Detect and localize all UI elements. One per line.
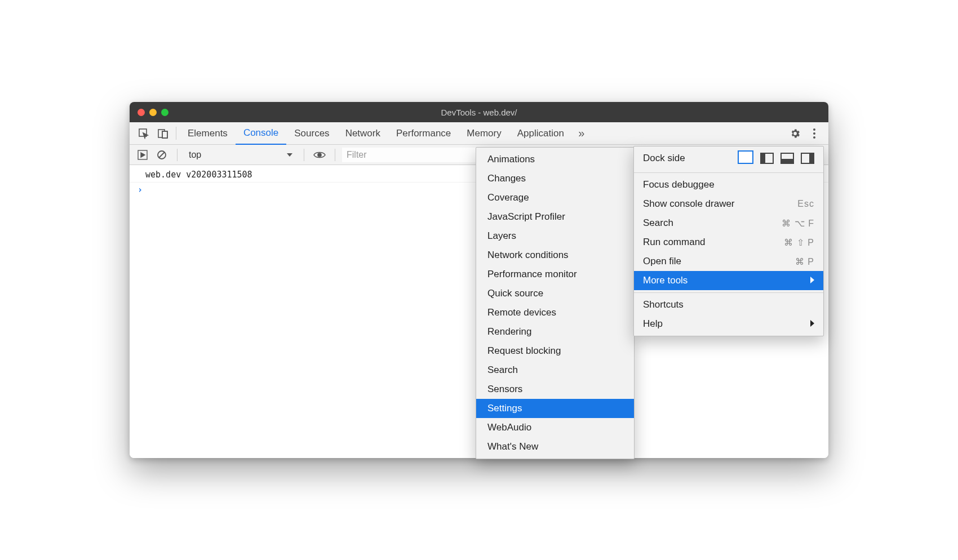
menu-item-search[interactable]: Search⌘ ⌥ F <box>634 214 823 233</box>
svg-rect-2 <box>162 131 167 138</box>
dock-side-label: Dock side <box>643 153 740 164</box>
menu-item-shortcut: ⌘ P <box>795 256 814 267</box>
menu-item-label: Focus debuggee <box>643 179 715 190</box>
separator <box>176 127 176 140</box>
dock-undock-icon[interactable] <box>740 153 753 164</box>
tab-memory[interactable]: Memory <box>459 122 509 144</box>
svg-point-10 <box>318 153 321 157</box>
menu-item-help[interactable]: Help <box>634 314 823 334</box>
window-zoom-button[interactable] <box>161 109 168 116</box>
menu-item-label: More tools <box>643 275 688 286</box>
clear-console-icon[interactable] <box>153 147 170 163</box>
dock-right-icon[interactable] <box>801 153 814 164</box>
submenu-chevron-icon <box>810 275 814 286</box>
submenu-item-performance-monitor[interactable]: Performance monitor <box>476 265 634 284</box>
panel-tabs: ElementsConsoleSourcesNetworkPerformance… <box>130 122 828 145</box>
menu-item-open-file[interactable]: Open file⌘ P <box>634 252 823 271</box>
more-tools-submenu: AnimationsChangesCoverageJavaScript Prof… <box>476 147 635 459</box>
submenu-item-coverage[interactable]: Coverage <box>476 188 634 207</box>
svg-point-4 <box>813 128 815 131</box>
inspect-element-icon[interactable] <box>134 122 153 144</box>
dock-left-icon[interactable] <box>760 153 774 164</box>
menu-item-shortcuts[interactable]: Shortcuts <box>634 295 823 314</box>
main-menu-popup: Dock side Focus debuggeeShow console dra… <box>633 146 824 336</box>
console-filter-input[interactable] <box>342 148 489 162</box>
submenu-item-webaudio[interactable]: WebAudio <box>476 418 634 437</box>
submenu-item-request-blocking[interactable]: Request blocking <box>476 341 634 361</box>
submenu-item-quick-source[interactable]: Quick source <box>476 284 634 303</box>
menu-item-label: Shortcuts <box>643 299 684 310</box>
window-close-button[interactable] <box>138 109 145 116</box>
separator <box>177 149 178 161</box>
menu-divider <box>634 292 823 293</box>
tab-console[interactable]: Console <box>236 122 286 145</box>
menu-item-focus-debuggee[interactable]: Focus debuggee <box>634 175 823 194</box>
settings-gear-icon[interactable] <box>786 122 805 144</box>
window-controls <box>138 109 168 116</box>
svg-point-5 <box>813 132 815 135</box>
menu-item-more-tools[interactable]: More tools <box>634 271 823 290</box>
submenu-item-remote-devices[interactable]: Remote devices <box>476 303 634 322</box>
menu-item-shortcut: ⌘ ⌥ F <box>782 218 814 229</box>
submenu-item-what-s-new[interactable]: What's New <box>476 437 634 456</box>
menu-item-label: Help <box>643 318 663 330</box>
tab-performance[interactable]: Performance <box>388 122 459 144</box>
submenu-item-changes[interactable]: Changes <box>476 169 634 188</box>
submenu-item-javascript-profiler[interactable]: JavaScript Profiler <box>476 207 634 226</box>
menu-item-label: Open file <box>643 256 681 267</box>
separator <box>335 149 335 161</box>
separator <box>304 149 304 161</box>
svg-point-6 <box>813 136 815 139</box>
submenu-item-network-conditions[interactable]: Network conditions <box>476 246 634 265</box>
dock-bottom-icon[interactable] <box>780 153 794 164</box>
live-expression-eye-icon[interactable] <box>311 147 328 163</box>
tab-network[interactable]: Network <box>338 122 388 144</box>
dock-side-row: Dock side <box>634 146 823 170</box>
execution-context-select[interactable]: top <box>184 148 297 162</box>
menu-divider <box>634 172 823 173</box>
device-toolbar-icon[interactable] <box>153 122 172 144</box>
kebab-menu-icon[interactable] <box>805 122 824 144</box>
submenu-item-sensors[interactable]: Sensors <box>476 380 634 399</box>
tab-application[interactable]: Application <box>509 122 572 144</box>
window-minimize-button[interactable] <box>149 109 157 116</box>
window-title: DevTools - web.dev/ <box>130 108 828 117</box>
menu-item-show-console-drawer[interactable]: Show console drawerEsc <box>634 194 823 214</box>
tab-sources[interactable]: Sources <box>286 122 337 144</box>
menu-item-shortcut: Esc <box>797 199 814 209</box>
menu-item-run-command[interactable]: Run command⌘ ⇧ P <box>634 233 823 252</box>
submenu-item-layers[interactable]: Layers <box>476 226 634 246</box>
submenu-item-settings[interactable]: Settings <box>476 399 634 418</box>
titlebar: DevTools - web.dev/ <box>130 102 828 122</box>
svg-line-9 <box>159 152 165 158</box>
menu-item-label: Search <box>643 217 673 229</box>
submenu-item-animations[interactable]: Animations <box>476 150 634 169</box>
submenu-item-rendering[interactable]: Rendering <box>476 322 634 341</box>
devtools-window: DevTools - web.dev/ ElementsConsoleSourc… <box>130 102 828 458</box>
tab-elements[interactable]: Elements <box>180 122 236 144</box>
menu-item-shortcut: ⌘ ⇧ P <box>784 237 814 248</box>
execution-play-icon[interactable] <box>134 147 151 163</box>
menu-item-label: Show console drawer <box>643 198 735 210</box>
submenu-item-search[interactable]: Search <box>476 361 634 380</box>
submenu-chevron-icon <box>810 318 814 330</box>
more-tabs-icon[interactable]: » <box>572 122 591 144</box>
menu-item-label: Run command <box>643 237 706 248</box>
